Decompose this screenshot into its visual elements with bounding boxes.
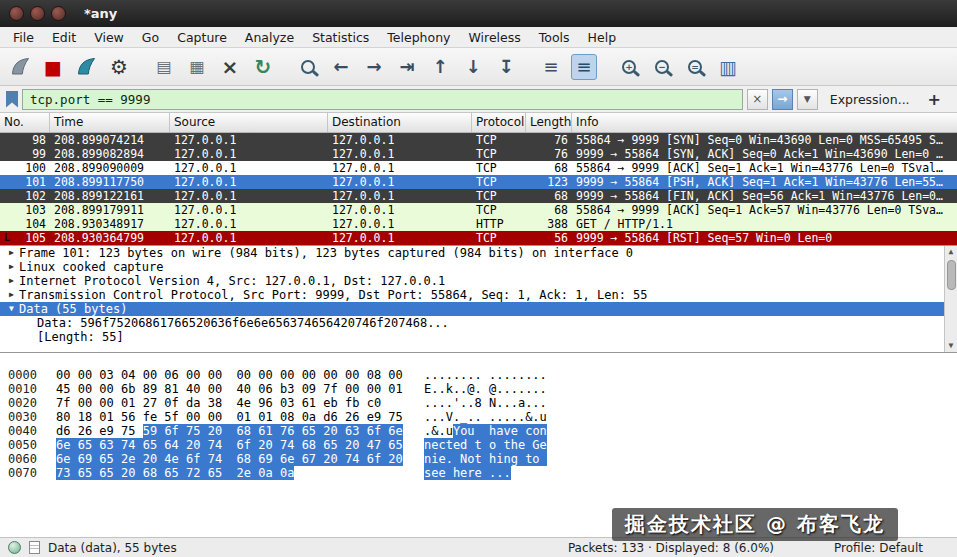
- packet-detail-line[interactable]: Data: 596f75206861766520636f6e6e65637465…: [0, 316, 957, 330]
- hex-row[interactable]: 007073 65 65 20 68 65 72 65 2e 0a 0asee …: [0, 466, 957, 480]
- menu-file[interactable]: File: [4, 28, 43, 47]
- add-filter-button[interactable]: +: [924, 90, 951, 109]
- packet-cell-info: 9999 → 55864 [FIN, ACK] Seq=56 Ack=1 Win…: [572, 189, 957, 203]
- packet-list: No.TimeSourceDestinationProtocolLengthIn…: [0, 113, 957, 245]
- packet-detail-line[interactable]: ▶Frame 101: 123 bytes on wire (984 bits)…: [0, 246, 957, 260]
- zoom-normal-icon[interactable]: =: [682, 54, 708, 80]
- expert-info-icon[interactable]: [8, 541, 21, 554]
- start-capture-icon[interactable]: [7, 54, 33, 80]
- packet-row[interactable]: L105208.930364799127.0.0.1127.0.0.1TCP56…: [0, 231, 957, 245]
- expand-arrow-icon[interactable]: ▶: [4, 288, 19, 302]
- packet-list-header: No.TimeSourceDestinationProtocolLengthIn…: [0, 113, 957, 133]
- filter-clear-button[interactable]: ×: [747, 89, 768, 110]
- packet-row[interactable]: 100208.899090009127.0.0.1127.0.0.1TCP685…: [0, 161, 957, 175]
- menu-edit[interactable]: Edit: [43, 28, 85, 47]
- column-header-src[interactable]: Source: [170, 113, 328, 132]
- hex-row[interactable]: 00606e 69 65 2e 20 4e 6f 74 68 69 6e 67 …: [0, 452, 957, 466]
- packet-detail-line[interactable]: ▶Internet Protocol Version 4, Src: 127.0…: [0, 274, 957, 288]
- open-file-icon[interactable]: ▤: [151, 54, 177, 80]
- menu-wireless[interactable]: Wireless: [459, 28, 529, 47]
- column-header-time[interactable]: Time: [50, 113, 170, 132]
- capture-comment-icon[interactable]: [29, 541, 40, 554]
- hex-row[interactable]: 003080 18 01 56 fe 5f 00 00 01 01 08 0a …: [0, 410, 957, 424]
- packet-row[interactable]: 98208.899074214127.0.0.1127.0.0.1TCP7655…: [0, 133, 957, 147]
- go-first-icon[interactable]: ↑: [427, 54, 453, 80]
- window-minimize-button[interactable]: [30, 6, 45, 21]
- expression-button[interactable]: Expression...: [822, 92, 920, 107]
- stop-capture-icon[interactable]: ■: [40, 54, 66, 80]
- reload-icon[interactable]: ↻: [250, 54, 276, 80]
- packet-detail-line[interactable]: ▶Linux cooked capture: [0, 260, 957, 274]
- wireshark-window: *any FileEditViewGoCaptureAnalyzeStatist…: [0, 0, 957, 557]
- scroll-down-icon[interactable]: ▼: [949, 340, 954, 352]
- packet-row[interactable]: 99208.899082894127.0.0.1127.0.0.1TCP7699…: [0, 147, 957, 161]
- menu-go[interactable]: Go: [133, 28, 168, 47]
- menu-capture[interactable]: Capture: [168, 28, 236, 47]
- window-maximize-button[interactable]: [51, 6, 66, 21]
- packet-row[interactable]: 103208.899179911127.0.0.1127.0.0.1TCP685…: [0, 203, 957, 217]
- resize-columns-icon[interactable]: ▥: [715, 54, 741, 80]
- go-back-icon[interactable]: ←: [328, 54, 354, 80]
- window-menu-button[interactable]: [9, 6, 24, 21]
- column-header-len[interactable]: Length: [526, 113, 572, 132]
- hex-offset: 0060: [8, 452, 48, 466]
- window-title: *any: [84, 6, 117, 21]
- status-profile[interactable]: Profile: Default: [834, 541, 923, 555]
- go-forward-icon[interactable]: →: [361, 54, 387, 80]
- go-last-icon[interactable]: ↓: [460, 54, 486, 80]
- scrollbar-thumb[interactable]: [947, 260, 956, 290]
- packet-detail-line[interactable]: [Length: 55]: [0, 330, 957, 344]
- menu-statistics[interactable]: Statistics: [303, 28, 378, 47]
- hex-ascii-highlight: nie. Not hing to: [424, 452, 547, 466]
- column-header-proto[interactable]: Protocol: [472, 113, 526, 132]
- packet-detail-line[interactable]: ▼Data (55 bytes): [0, 302, 957, 316]
- zoom-in-icon[interactable]: +: [616, 54, 642, 80]
- menu-help[interactable]: Help: [579, 28, 626, 47]
- menu-analyze[interactable]: Analyze: [236, 28, 303, 47]
- packet-cell-proto: TCP: [472, 175, 526, 189]
- auto-scroll-live-icon[interactable]: ≡: [571, 54, 597, 80]
- magnifier-glyph: [301, 60, 315, 74]
- collapse-arrow-icon[interactable]: ▼: [4, 302, 19, 316]
- expand-arrow-icon[interactable]: ▶: [4, 260, 19, 274]
- hex-row[interactable]: 000000 00 03 04 00 06 00 00 00 00 00 00 …: [0, 368, 957, 382]
- packet-cell-dst: 127.0.0.1: [328, 217, 472, 231]
- details-scrollbar[interactable]: ▲ ▼: [944, 246, 957, 352]
- hex-ascii: .&.uYou have con: [424, 424, 547, 438]
- zoom-out-icon[interactable]: −: [649, 54, 675, 80]
- hex-ascii-plain: E..k..@. @.......: [424, 382, 547, 396]
- autoscroll-icon[interactable]: ↧: [493, 54, 519, 80]
- packet-cell-src: 127.0.0.1: [170, 189, 328, 203]
- column-header-info[interactable]: Info: [572, 113, 957, 132]
- packet-cell-time: 208.899179911: [50, 203, 170, 217]
- restart-capture-icon[interactable]: [73, 54, 99, 80]
- find-packet-icon[interactable]: [295, 54, 321, 80]
- menu-view[interactable]: View: [85, 28, 133, 47]
- hex-row[interactable]: 001045 00 00 6b 89 81 40 00 40 06 b3 09 …: [0, 382, 957, 396]
- expand-arrow-icon[interactable]: ▶: [4, 274, 19, 288]
- column-header-dst[interactable]: Destination: [328, 113, 472, 132]
- hex-row[interactable]: 00207f 00 00 01 27 0f da 38 4e 96 03 61 …: [0, 396, 957, 410]
- hex-row[interactable]: 00506e 65 63 74 65 64 20 74 6f 20 74 68 …: [0, 438, 957, 452]
- capture-options-icon[interactable]: ⚙: [106, 54, 132, 80]
- packet-row[interactable]: 102208.899122161127.0.0.1127.0.0.1TCP689…: [0, 189, 957, 203]
- filter-bookmark-icon[interactable]: [6, 91, 18, 108]
- menu-tools[interactable]: Tools: [530, 28, 579, 47]
- menu-telephony[interactable]: Telephony: [378, 28, 459, 47]
- filter-apply-button[interactable]: →: [772, 89, 793, 110]
- close-file-icon[interactable]: ×: [217, 54, 243, 80]
- expand-arrow-icon[interactable]: ▶: [4, 246, 19, 260]
- hex-offset: 0070: [8, 466, 48, 480]
- filter-input[interactable]: tcp.port == 9999: [22, 89, 743, 110]
- related-packet-marker: L: [4, 231, 10, 245]
- colorize-icon[interactable]: ≡: [538, 54, 564, 80]
- packet-row[interactable]: 104208.930348917127.0.0.1127.0.0.1HTTP38…: [0, 217, 957, 231]
- packet-row[interactable]: 101208.899117750127.0.0.1127.0.0.1TCP123…: [0, 175, 957, 189]
- packet-detail-line[interactable]: ▶Transmission Control Protocol, Src Port…: [0, 288, 957, 302]
- filter-dropdown-button[interactable]: ▼: [797, 89, 818, 110]
- hex-row[interactable]: 0040d6 26 e9 75 59 6f 75 20 68 61 76 65 …: [0, 424, 957, 438]
- scroll-up-icon[interactable]: ▲: [949, 246, 954, 258]
- save-file-icon[interactable]: ▦: [184, 54, 210, 80]
- column-header-no[interactable]: No.: [0, 113, 50, 132]
- go-to-packet-icon[interactable]: ⇥: [394, 54, 420, 80]
